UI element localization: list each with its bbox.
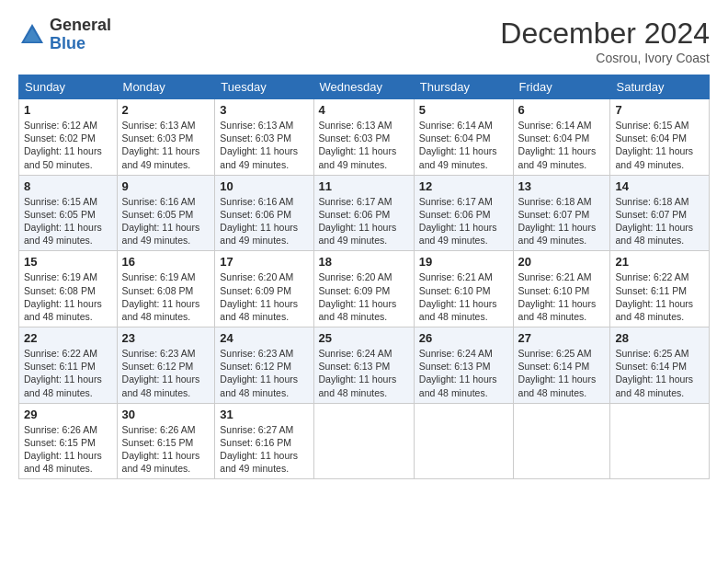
calendar-cell: 13Sunrise: 6:18 AM Sunset: 6:07 PM Dayli… — [513, 175, 610, 251]
day-info: Sunrise: 6:17 AM Sunset: 6:06 PM Dayligh… — [319, 195, 409, 247]
logo-general-label: General — [50, 17, 111, 35]
calendar-cell: 22Sunrise: 6:22 AM Sunset: 6:11 PM Dayli… — [19, 327, 118, 404]
day-number: 7 — [615, 103, 704, 117]
day-info: Sunrise: 6:20 AM Sunset: 6:09 PM Dayligh… — [220, 270, 308, 323]
day-number: 6 — [518, 103, 606, 117]
title-block: December 2024 Cosrou, Ivory Coast — [500, 17, 710, 65]
logo: General Blue — [18, 17, 111, 53]
day-number: 19 — [419, 255, 508, 269]
calendar-cell — [610, 403, 710, 479]
day-number: 3 — [220, 103, 308, 117]
calendar-cell — [513, 403, 610, 479]
calendar-cell: 18Sunrise: 6:20 AM Sunset: 6:09 PM Dayli… — [313, 251, 414, 327]
calendar-cell: 16Sunrise: 6:19 AM Sunset: 6:08 PM Dayli… — [117, 251, 215, 327]
day-number: 21 — [615, 255, 704, 269]
day-info: Sunrise: 6:18 AM Sunset: 6:07 PM Dayligh… — [615, 195, 704, 247]
col-header-friday: Friday — [513, 75, 610, 99]
day-number: 28 — [615, 331, 704, 345]
day-number: 30 — [122, 408, 210, 421]
calendar-cell: 10Sunrise: 6:16 AM Sunset: 6:06 PM Dayli… — [215, 175, 313, 251]
day-info: Sunrise: 6:19 AM Sunset: 6:08 PM Dayligh… — [122, 270, 210, 323]
calendar-cell: 19Sunrise: 6:21 AM Sunset: 6:10 PM Dayli… — [414, 251, 513, 327]
calendar-table: SundayMondayTuesdayWednesdayThursdayFrid… — [18, 75, 710, 479]
day-info: Sunrise: 6:22 AM Sunset: 6:11 PM Dayligh… — [615, 270, 704, 323]
col-header-tuesday: Tuesday — [215, 75, 313, 99]
day-number: 31 — [220, 408, 308, 421]
day-number: 25 — [319, 331, 409, 345]
day-info: Sunrise: 6:12 AM Sunset: 6:02 PM Dayligh… — [24, 119, 112, 171]
logo-text: General Blue — [50, 17, 111, 53]
day-info: Sunrise: 6:22 AM Sunset: 6:11 PM Dayligh… — [24, 347, 112, 399]
day-number: 29 — [24, 408, 112, 421]
day-info: Sunrise: 6:24 AM Sunset: 6:13 PM Dayligh… — [419, 347, 508, 399]
calendar-cell — [313, 403, 414, 479]
logo-icon — [18, 21, 46, 49]
calendar-cell: 14Sunrise: 6:18 AM Sunset: 6:07 PM Dayli… — [610, 175, 710, 251]
calendar-cell: 2Sunrise: 6:13 AM Sunset: 6:03 PM Daylig… — [117, 99, 215, 176]
day-info: Sunrise: 6:13 AM Sunset: 6:03 PM Dayligh… — [220, 119, 308, 171]
col-header-saturday: Saturday — [610, 75, 710, 99]
day-number: 22 — [24, 331, 112, 345]
page: General Blue December 2024 Cosrou, Ivory… — [0, 0, 728, 563]
calendar-week-row: 15Sunrise: 6:19 AM Sunset: 6:08 PM Dayli… — [19, 251, 710, 327]
calendar-cell: 11Sunrise: 6:17 AM Sunset: 6:06 PM Dayli… — [313, 175, 414, 251]
calendar-cell: 7Sunrise: 6:15 AM Sunset: 6:04 PM Daylig… — [610, 99, 710, 176]
calendar-cell: 17Sunrise: 6:20 AM Sunset: 6:09 PM Dayli… — [215, 251, 313, 327]
day-info: Sunrise: 6:13 AM Sunset: 6:03 PM Dayligh… — [122, 119, 210, 171]
calendar-cell: 24Sunrise: 6:23 AM Sunset: 6:12 PM Dayli… — [215, 327, 313, 404]
calendar-header-row: SundayMondayTuesdayWednesdayThursdayFrid… — [19, 75, 710, 99]
day-info: Sunrise: 6:25 AM Sunset: 6:14 PM Dayligh… — [518, 347, 606, 399]
day-info: Sunrise: 6:14 AM Sunset: 6:04 PM Dayligh… — [419, 119, 508, 171]
calendar-cell: 28Sunrise: 6:25 AM Sunset: 6:14 PM Dayli… — [610, 327, 710, 404]
day-number: 20 — [518, 255, 606, 269]
day-number: 10 — [220, 179, 308, 193]
month-title: December 2024 — [500, 17, 710, 51]
calendar-week-row: 22Sunrise: 6:22 AM Sunset: 6:11 PM Dayli… — [19, 327, 710, 404]
day-number: 8 — [24, 179, 112, 193]
day-info: Sunrise: 6:17 AM Sunset: 6:06 PM Dayligh… — [419, 195, 508, 247]
day-info: Sunrise: 6:14 AM Sunset: 6:04 PM Dayligh… — [518, 119, 606, 171]
day-info: Sunrise: 6:13 AM Sunset: 6:03 PM Dayligh… — [319, 119, 409, 171]
calendar-cell: 5Sunrise: 6:14 AM Sunset: 6:04 PM Daylig… — [414, 99, 513, 176]
day-number: 15 — [24, 255, 112, 269]
day-info: Sunrise: 6:16 AM Sunset: 6:05 PM Dayligh… — [122, 195, 210, 247]
day-info: Sunrise: 6:21 AM Sunset: 6:10 PM Dayligh… — [518, 270, 606, 323]
calendar-week-row: 29Sunrise: 6:26 AM Sunset: 6:15 PM Dayli… — [19, 403, 710, 479]
calendar-cell: 8Sunrise: 6:15 AM Sunset: 6:05 PM Daylig… — [19, 175, 118, 251]
calendar-cell: 25Sunrise: 6:24 AM Sunset: 6:13 PM Dayli… — [313, 327, 414, 404]
day-number: 18 — [319, 255, 409, 269]
day-number: 23 — [122, 331, 210, 345]
calendar-cell: 23Sunrise: 6:23 AM Sunset: 6:12 PM Dayli… — [117, 327, 215, 404]
day-info: Sunrise: 6:24 AM Sunset: 6:13 PM Dayligh… — [319, 347, 409, 399]
calendar-cell: 21Sunrise: 6:22 AM Sunset: 6:11 PM Dayli… — [610, 251, 710, 327]
calendar-cell: 12Sunrise: 6:17 AM Sunset: 6:06 PM Dayli… — [414, 175, 513, 251]
day-number: 11 — [319, 179, 409, 193]
day-info: Sunrise: 6:26 AM Sunset: 6:15 PM Dayligh… — [122, 423, 210, 476]
day-info: Sunrise: 6:20 AM Sunset: 6:09 PM Dayligh… — [319, 270, 409, 323]
day-info: Sunrise: 6:19 AM Sunset: 6:08 PM Dayligh… — [24, 270, 112, 323]
day-info: Sunrise: 6:18 AM Sunset: 6:07 PM Dayligh… — [518, 195, 606, 247]
day-info: Sunrise: 6:26 AM Sunset: 6:15 PM Dayligh… — [24, 423, 112, 476]
col-header-sunday: Sunday — [19, 75, 118, 99]
calendar-cell: 6Sunrise: 6:14 AM Sunset: 6:04 PM Daylig… — [513, 99, 610, 176]
day-number: 1 — [24, 103, 112, 117]
calendar-cell: 31Sunrise: 6:27 AM Sunset: 6:16 PM Dayli… — [215, 403, 313, 479]
day-number: 13 — [518, 179, 606, 193]
day-number: 14 — [615, 179, 704, 193]
day-info: Sunrise: 6:23 AM Sunset: 6:12 PM Dayligh… — [220, 347, 308, 399]
day-number: 27 — [518, 331, 606, 345]
logo-blue-label: Blue — [50, 35, 111, 53]
col-header-monday: Monday — [117, 75, 215, 99]
day-number: 12 — [419, 179, 508, 193]
day-info: Sunrise: 6:21 AM Sunset: 6:10 PM Dayligh… — [419, 270, 508, 323]
calendar-cell: 4Sunrise: 6:13 AM Sunset: 6:03 PM Daylig… — [313, 99, 414, 176]
day-number: 4 — [319, 103, 409, 117]
day-number: 2 — [122, 103, 210, 117]
calendar-cell: 29Sunrise: 6:26 AM Sunset: 6:15 PM Dayli… — [19, 403, 118, 479]
subtitle: Cosrou, Ivory Coast — [500, 51, 710, 65]
calendar-cell: 3Sunrise: 6:13 AM Sunset: 6:03 PM Daylig… — [215, 99, 313, 176]
day-number: 9 — [122, 179, 210, 193]
day-number: 24 — [220, 331, 308, 345]
day-number: 5 — [419, 103, 508, 117]
calendar-week-row: 1Sunrise: 6:12 AM Sunset: 6:02 PM Daylig… — [19, 99, 710, 176]
